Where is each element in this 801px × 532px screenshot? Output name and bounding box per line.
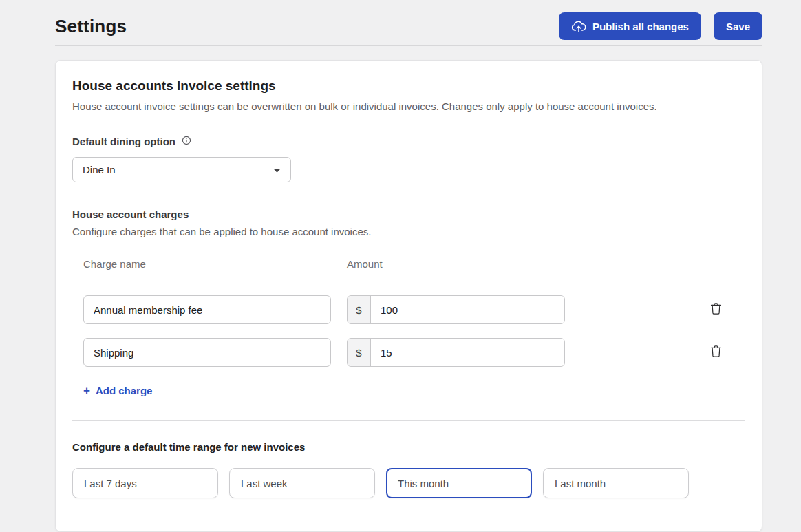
save-button[interactable]: Save	[714, 12, 762, 40]
page-header: Settings Publish all changes Save	[0, 0, 801, 45]
charge-name-input[interactable]	[83, 295, 331, 324]
time-range-option-2[interactable]: This month	[386, 468, 532, 498]
add-charge-label: Add charge	[96, 385, 153, 396]
default-dining-select[interactable]: Dine In	[72, 157, 291, 182]
chevron-down-icon	[273, 164, 281, 175]
charge-name-column-header: Charge name	[83, 258, 331, 270]
currency-prefix: $	[348, 339, 371, 366]
amount-column-header: Amount	[347, 258, 565, 270]
charge-amount-input[interactable]	[371, 339, 564, 366]
charge-amount-field: $	[347, 295, 565, 324]
publish-all-changes-button[interactable]: Publish all changes	[559, 12, 701, 40]
charge-name-input[interactable]	[83, 338, 331, 367]
info-icon	[182, 136, 191, 147]
trash-icon	[710, 302, 722, 317]
charge-row: $	[72, 338, 745, 367]
charges-section-title: House account charges	[72, 209, 745, 220]
trash-icon	[710, 345, 722, 360]
default-dining-label: Default dining option	[72, 136, 175, 147]
publish-button-label: Publish all changes	[592, 21, 689, 32]
delete-charge-button[interactable]	[707, 299, 725, 320]
page-title: Settings	[55, 16, 127, 37]
default-dining-label-row: Default dining option	[72, 136, 745, 147]
save-button-label: Save	[726, 21, 750, 32]
charge-amount-input[interactable]	[371, 296, 564, 323]
default-dining-selected-value: Dine In	[83, 164, 116, 175]
time-range-option-0[interactable]: Last 7 days	[72, 468, 218, 498]
header-divider	[55, 45, 762, 46]
time-range-option-label: This month	[398, 478, 449, 489]
house-accounts-settings-card: House accounts invoice settings House ac…	[55, 60, 762, 532]
plus-icon: +	[83, 385, 90, 396]
time-range-option-label: Last 7 days	[84, 478, 137, 489]
settings-page: Settings Publish all changes Save House …	[0, 0, 801, 532]
time-range-option-label: Last week	[241, 478, 288, 489]
charge-amount-field: $	[347, 338, 565, 367]
card-subtitle: House account invoice settings can be ov…	[72, 99, 745, 114]
time-range-options: Last 7 days Last week This month Last mo…	[72, 468, 745, 498]
charge-row: $	[72, 295, 745, 324]
add-charge-button[interactable]: + Add charge	[83, 385, 152, 396]
delete-charge-button[interactable]	[707, 342, 725, 363]
currency-prefix: $	[348, 296, 371, 323]
time-range-option-3[interactable]: Last month	[543, 468, 689, 498]
charges-section-subtitle: Configure charges that can be applied to…	[72, 224, 745, 239]
card-title: House accounts invoice settings	[72, 78, 745, 94]
charges-table-header: Charge name Amount	[72, 258, 745, 281]
time-range-option-1[interactable]: Last week	[229, 468, 375, 498]
cloud-upload-icon	[571, 21, 586, 32]
time-range-section-title: Configure a default time range for new i…	[72, 441, 745, 453]
dining-info-button[interactable]	[182, 136, 191, 147]
time-range-option-label: Last month	[555, 478, 606, 489]
header-actions: Publish all changes Save	[559, 12, 762, 40]
section-divider	[72, 420, 745, 421]
